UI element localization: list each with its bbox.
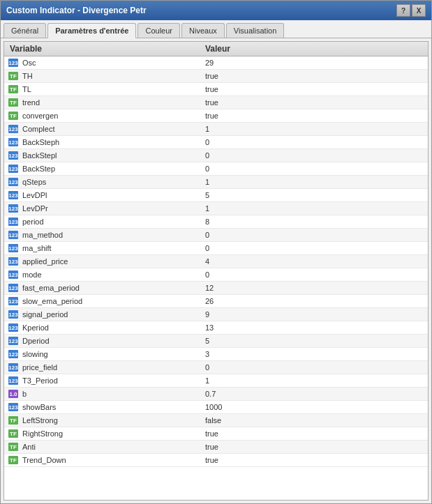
int-icon: 123 <box>8 204 18 213</box>
table-row[interactable]: TFTrend_Downtrue <box>4 454 428 467</box>
row-variable-name: mode <box>20 270 200 279</box>
int-icon: 123 <box>8 138 18 146</box>
row-variable-value[interactable]: true <box>200 112 428 120</box>
row-variable-value[interactable]: 0 <box>200 151 428 160</box>
row-variable-name: slow_ema_period <box>20 297 200 305</box>
tab-visualisation[interactable]: Visualisation <box>226 23 285 38</box>
int-icon: 123 <box>8 178 18 186</box>
table-row[interactable]: TFRightStrongtrue <box>4 427 428 441</box>
int-icon: 123 <box>8 403 18 411</box>
bool-icon: TF <box>8 456 18 464</box>
row-variable-value[interactable]: true <box>200 456 428 464</box>
row-variable-value[interactable]: 1 <box>200 204 428 213</box>
int-icon: 123 <box>8 297 18 305</box>
tab-g-n-ral[interactable]: Général <box>3 23 46 38</box>
int-icon: 123 <box>8 376 18 385</box>
table-row[interactable]: 123signal_period9 <box>4 308 428 321</box>
parameter-table: Variable Valeur 123Osc29TFTHtrueTFTLtrue… <box>3 41 429 501</box>
row-variable-value[interactable]: 13 <box>200 323 428 332</box>
table-row[interactable]: 123period8 <box>4 215 428 229</box>
table-row[interactable]: 123slow_ema_period26 <box>4 295 428 308</box>
row-variable-value[interactable]: 0 <box>200 138 428 146</box>
table-row[interactable]: 123applied_price4 <box>4 255 428 268</box>
table-row[interactable]: 123slowing3 <box>4 348 428 361</box>
row-variable-value[interactable]: 9 <box>200 310 428 319</box>
table-row[interactable]: 123ma_method0 <box>4 229 428 242</box>
help-button[interactable]: ? <box>396 4 410 17</box>
row-variable-value[interactable]: 1000 <box>200 403 428 411</box>
row-variable-value[interactable]: true <box>200 98 428 107</box>
row-variable-value[interactable]: true <box>200 85 428 93</box>
row-variable-name: TH <box>20 72 200 80</box>
row-variable-name: qSteps <box>20 178 200 186</box>
bool-icon: TF <box>8 112 18 120</box>
table-row[interactable]: TFLeftStrongfalse <box>4 414 428 427</box>
table-row[interactable]: 123BackSteph0 <box>4 136 428 149</box>
row-variable-value[interactable]: true <box>200 72 428 80</box>
row-variable-value[interactable]: 0 <box>200 270 428 279</box>
table-row[interactable]: 123LevDPr1 <box>4 202 428 215</box>
row-variable-value[interactable]: 0 <box>200 231 428 239</box>
tab-param-tres-d-entr-e[interactable]: Paramètres d'entrée <box>47 23 136 38</box>
row-variable-value[interactable]: 3 <box>200 350 428 358</box>
row-variable-name: Trend_Down <box>20 456 200 464</box>
int-icon: 123 <box>8 191 18 199</box>
row-variable-value[interactable]: 0.7 <box>200 390 428 398</box>
table-row[interactable]: TFconvergentrue <box>4 109 428 123</box>
table-row[interactable]: 123fast_ema_period12 <box>4 282 428 295</box>
table-row[interactable]: TFTLtrue <box>4 83 428 96</box>
row-variable-value[interactable]: 1 <box>200 178 428 186</box>
table-row[interactable]: 123price_field0 <box>4 361 428 374</box>
table-scroll-area[interactable]: 123Osc29TFTHtrueTFTLtrueTFtrendtrueTFcon… <box>4 56 428 500</box>
row-variable-name: BackSteph <box>20 138 200 146</box>
row-variable-value[interactable]: 0 <box>200 363 428 372</box>
table-row[interactable]: 1.0b0.7 <box>4 388 428 401</box>
table-row[interactable]: 123Kperiod13 <box>4 321 428 335</box>
table-row[interactable]: TFtrendtrue <box>4 96 428 109</box>
int-icon: 123 <box>8 151 18 160</box>
row-variable-value[interactable]: true <box>200 429 428 438</box>
row-variable-value[interactable]: 12 <box>200 284 428 292</box>
bool-icon: TF <box>8 98 18 107</box>
row-variable-value[interactable]: 29 <box>200 59 428 67</box>
table-row[interactable]: TFAntitrue <box>4 441 428 454</box>
table-row[interactable]: 123showBars1000 <box>4 401 428 414</box>
row-variable-value[interactable]: 0 <box>200 244 428 252</box>
int-icon: 123 <box>8 323 18 332</box>
table-row[interactable]: 123Osc29 <box>4 56 428 70</box>
row-variable-name: LevDPl <box>20 191 200 199</box>
table-row[interactable]: 123T3_Period1 <box>4 374 428 388</box>
row-variable-value[interactable]: false <box>200 416 428 425</box>
table-row[interactable]: 123BackStep0 <box>4 162 428 176</box>
int-icon: 123 <box>8 337 18 345</box>
double-icon: 1.0 <box>8 390 18 398</box>
row-variable-name: RightStrong <box>20 429 200 438</box>
table-row[interactable]: 123BackStepl0 <box>4 149 428 162</box>
row-variable-value[interactable]: 26 <box>200 297 428 305</box>
row-variable-value[interactable]: true <box>200 443 428 451</box>
table-row[interactable]: TFTHtrue <box>4 70 428 83</box>
table-row[interactable]: 123mode0 <box>4 268 428 282</box>
row-variable-value[interactable]: 5 <box>200 191 428 199</box>
table-row[interactable]: 123LevDPl5 <box>4 189 428 202</box>
row-variable-name: b <box>20 390 200 398</box>
bool-icon: TF <box>8 443 18 451</box>
title-bar: Custom Indicator - Divergence Petr ? X <box>1 1 431 20</box>
table-row[interactable]: 123ma_shift0 <box>4 242 428 255</box>
int-icon: 123 <box>8 284 18 292</box>
close-button[interactable]: X <box>412 4 426 17</box>
table-row[interactable]: 123Dperiod5 <box>4 335 428 348</box>
window-title: Custom Indicator - Divergence Petr <box>6 6 147 15</box>
row-variable-value[interactable]: 1 <box>200 125 428 133</box>
row-variable-name: fast_ema_period <box>20 284 200 292</box>
tab-niveaux[interactable]: Niveaux <box>181 23 225 38</box>
table-row[interactable]: 123qSteps1 <box>4 176 428 189</box>
row-variable-value[interactable]: 4 <box>200 257 428 266</box>
row-variable-value[interactable]: 8 <box>200 217 428 226</box>
tab-couleur[interactable]: Couleur <box>137 23 180 38</box>
row-variable-name: TL <box>20 85 200 93</box>
row-variable-value[interactable]: 1 <box>200 376 428 385</box>
row-variable-value[interactable]: 5 <box>200 337 428 345</box>
row-variable-value[interactable]: 0 <box>200 165 428 173</box>
table-row[interactable]: 123Complect1 <box>4 123 428 136</box>
